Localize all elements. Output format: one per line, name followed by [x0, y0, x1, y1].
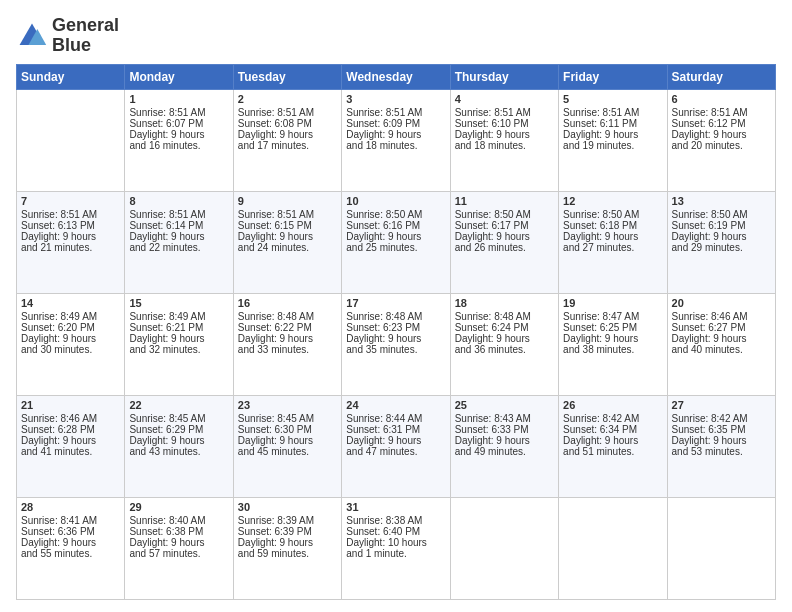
cell-text: and 1 minute. [346, 548, 445, 559]
week-row-1: 7Sunrise: 8:51 AMSunset: 6:13 PMDaylight… [17, 191, 776, 293]
day-number: 20 [672, 297, 771, 309]
cell-text: and 27 minutes. [563, 242, 662, 253]
cell-text: and 55 minutes. [21, 548, 120, 559]
cell-text: Sunset: 6:15 PM [238, 220, 337, 231]
cell-text: and 47 minutes. [346, 446, 445, 457]
cell-text: Sunset: 6:08 PM [238, 118, 337, 129]
day-header-tuesday: Tuesday [233, 64, 341, 89]
cell-text: Daylight: 9 hours [346, 129, 445, 140]
cell-text: Sunrise: 8:50 AM [455, 209, 554, 220]
calendar-cell: 9Sunrise: 8:51 AMSunset: 6:15 PMDaylight… [233, 191, 341, 293]
cell-text: Sunset: 6:27 PM [672, 322, 771, 333]
calendar-cell: 12Sunrise: 8:50 AMSunset: 6:18 PMDayligh… [559, 191, 667, 293]
cell-text: Daylight: 9 hours [672, 435, 771, 446]
day-number: 13 [672, 195, 771, 207]
day-header-thursday: Thursday [450, 64, 558, 89]
cell-text: and 22 minutes. [129, 242, 228, 253]
calendar-cell: 15Sunrise: 8:49 AMSunset: 6:21 PMDayligh… [125, 293, 233, 395]
cell-text: Daylight: 9 hours [21, 537, 120, 548]
calendar-cell: 23Sunrise: 8:45 AMSunset: 6:30 PMDayligh… [233, 395, 341, 497]
logo-icon [16, 20, 48, 52]
day-header-friday: Friday [559, 64, 667, 89]
calendar-cell [450, 497, 558, 599]
week-row-4: 28Sunrise: 8:41 AMSunset: 6:36 PMDayligh… [17, 497, 776, 599]
cell-text: Daylight: 9 hours [21, 231, 120, 242]
calendar-cell: 19Sunrise: 8:47 AMSunset: 6:25 PMDayligh… [559, 293, 667, 395]
cell-text: and 59 minutes. [238, 548, 337, 559]
cell-text: Sunrise: 8:48 AM [346, 311, 445, 322]
cell-text: and 36 minutes. [455, 344, 554, 355]
cell-text: Sunrise: 8:50 AM [563, 209, 662, 220]
day-number: 14 [21, 297, 120, 309]
calendar-cell: 1Sunrise: 8:51 AMSunset: 6:07 PMDaylight… [125, 89, 233, 191]
cell-text: Daylight: 9 hours [238, 129, 337, 140]
cell-text: Daylight: 9 hours [21, 333, 120, 344]
day-number: 10 [346, 195, 445, 207]
cell-text: and 35 minutes. [346, 344, 445, 355]
cell-text: Sunrise: 8:47 AM [563, 311, 662, 322]
calendar-cell: 30Sunrise: 8:39 AMSunset: 6:39 PMDayligh… [233, 497, 341, 599]
week-row-0: 1Sunrise: 8:51 AMSunset: 6:07 PMDaylight… [17, 89, 776, 191]
cell-text: Sunrise: 8:48 AM [455, 311, 554, 322]
calendar-cell: 21Sunrise: 8:46 AMSunset: 6:28 PMDayligh… [17, 395, 125, 497]
cell-text: Daylight: 9 hours [21, 435, 120, 446]
cell-text: Daylight: 9 hours [455, 435, 554, 446]
cell-text: Sunrise: 8:49 AM [21, 311, 120, 322]
day-number: 28 [21, 501, 120, 513]
calendar-cell: 14Sunrise: 8:49 AMSunset: 6:20 PMDayligh… [17, 293, 125, 395]
cell-text: Sunrise: 8:40 AM [129, 515, 228, 526]
cell-text: and 21 minutes. [21, 242, 120, 253]
cell-text: Sunset: 6:23 PM [346, 322, 445, 333]
logo-text: General Blue [52, 16, 119, 56]
day-header-saturday: Saturday [667, 64, 775, 89]
calendar-cell: 27Sunrise: 8:42 AMSunset: 6:35 PMDayligh… [667, 395, 775, 497]
calendar-cell: 29Sunrise: 8:40 AMSunset: 6:38 PMDayligh… [125, 497, 233, 599]
cell-text: Sunset: 6:18 PM [563, 220, 662, 231]
calendar-cell: 7Sunrise: 8:51 AMSunset: 6:13 PMDaylight… [17, 191, 125, 293]
day-number: 29 [129, 501, 228, 513]
calendar-cell: 11Sunrise: 8:50 AMSunset: 6:17 PMDayligh… [450, 191, 558, 293]
cell-text: Sunset: 6:16 PM [346, 220, 445, 231]
cell-text: Sunset: 6:40 PM [346, 526, 445, 537]
cell-text: Sunrise: 8:46 AM [672, 311, 771, 322]
day-header-wednesday: Wednesday [342, 64, 450, 89]
cell-text: Daylight: 9 hours [672, 129, 771, 140]
day-header-sunday: Sunday [17, 64, 125, 89]
day-number: 15 [129, 297, 228, 309]
cell-text: and 45 minutes. [238, 446, 337, 457]
cell-text: Sunrise: 8:51 AM [21, 209, 120, 220]
cell-text: Sunset: 6:28 PM [21, 424, 120, 435]
cell-text: Sunrise: 8:51 AM [238, 209, 337, 220]
cell-text: Sunrise: 8:39 AM [238, 515, 337, 526]
cell-text: Sunset: 6:14 PM [129, 220, 228, 231]
day-number: 18 [455, 297, 554, 309]
cell-text: Sunrise: 8:51 AM [238, 107, 337, 118]
cell-text: and 38 minutes. [563, 344, 662, 355]
cell-text: Sunset: 6:19 PM [672, 220, 771, 231]
cell-text: and 20 minutes. [672, 140, 771, 151]
day-number: 6 [672, 93, 771, 105]
day-number: 16 [238, 297, 337, 309]
cell-text: Daylight: 9 hours [346, 435, 445, 446]
header: General Blue [16, 16, 776, 56]
day-number: 5 [563, 93, 662, 105]
cell-text: Sunrise: 8:51 AM [563, 107, 662, 118]
day-number: 4 [455, 93, 554, 105]
cell-text: Sunset: 6:11 PM [563, 118, 662, 129]
calendar-table: SundayMondayTuesdayWednesdayThursdayFrid… [16, 64, 776, 600]
day-number: 12 [563, 195, 662, 207]
cell-text: and 32 minutes. [129, 344, 228, 355]
day-number: 7 [21, 195, 120, 207]
day-number: 3 [346, 93, 445, 105]
day-header-monday: Monday [125, 64, 233, 89]
cell-text: Sunset: 6:31 PM [346, 424, 445, 435]
cell-text: Daylight: 9 hours [238, 537, 337, 548]
cell-text: and 18 minutes. [346, 140, 445, 151]
cell-text: Sunrise: 8:45 AM [238, 413, 337, 424]
calendar-cell: 10Sunrise: 8:50 AMSunset: 6:16 PMDayligh… [342, 191, 450, 293]
calendar-cell: 22Sunrise: 8:45 AMSunset: 6:29 PMDayligh… [125, 395, 233, 497]
page: General Blue SundayMondayTuesdayWednesda… [0, 0, 792, 612]
cell-text: Sunrise: 8:50 AM [346, 209, 445, 220]
cell-text: Sunset: 6:38 PM [129, 526, 228, 537]
cell-text: Sunset: 6:20 PM [21, 322, 120, 333]
